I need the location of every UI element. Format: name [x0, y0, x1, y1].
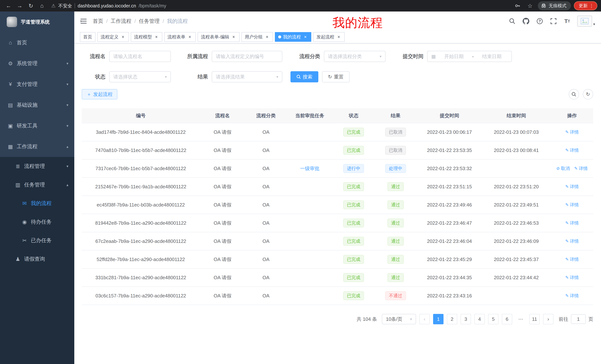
table-search-toggle-icon[interactable] — [569, 89, 579, 99]
browser-menu-icon[interactable]: ⋮ — [589, 3, 594, 9]
detail-link[interactable]: ✎详情 — [565, 184, 579, 190]
goto-page-input[interactable] — [571, 314, 586, 324]
sidebar-item-todo-task[interactable]: ◉待办任务 — [0, 213, 74, 231]
belong-process-input-field[interactable] — [216, 54, 278, 59]
search-button[interactable]: 搜索 — [290, 71, 318, 82]
search-icon — [296, 75, 301, 79]
close-icon[interactable]: × — [231, 34, 236, 39]
update-chip[interactable]: 更新 ⋮ — [574, 1, 597, 10]
tab-user-group[interactable]: 用户分组× — [241, 32, 273, 42]
result-badge: 已取消 — [385, 146, 406, 155]
page-button-1[interactable]: 1 — [433, 314, 443, 324]
page-button-2[interactable]: 2 — [447, 314, 457, 324]
sidebar-item-home[interactable]: ⌂首页 — [0, 32, 74, 53]
detail-link[interactable]: ✎详情 — [565, 202, 579, 208]
close-icon[interactable]: × — [154, 34, 159, 39]
tab-process-definition[interactable]: 流程定义× — [97, 32, 129, 42]
prev-page-button[interactable]: ‹ — [419, 314, 430, 324]
cancel-link[interactable]: ⊘取消 — [556, 165, 570, 172]
incognito-label: 无痕模式 — [549, 3, 566, 9]
tab-process-form-edit[interactable]: 流程表单-编辑× — [198, 32, 240, 42]
sidebar-item-task-mgmt[interactable]: ▥任务管理▴ — [0, 175, 74, 194]
sidebar-item-leave-query[interactable]: ♟请假查询 — [0, 250, 74, 268]
detail-link[interactable]: ✎详情 — [565, 293, 579, 299]
belong-process-input[interactable] — [212, 51, 282, 62]
column-header: 编号 — [82, 112, 200, 119]
edit-icon: ✎ — [565, 184, 569, 189]
breadcrumb-item[interactable]: 任务管理 — [139, 18, 160, 25]
forward-icon[interactable]: → — [15, 1, 25, 10]
category-select[interactable]: 请选择流程分类 ▾ — [324, 51, 386, 62]
status-select[interactable]: 请选择状态 ▾ — [109, 71, 171, 82]
reload-icon[interactable]: ↻ — [26, 1, 36, 10]
user-avatar[interactable]: ▾ — [577, 16, 595, 27]
page-size-select[interactable]: 10条/页 ▾ — [382, 314, 416, 324]
sidebar-item-dev-tools[interactable]: ▣研发工具▾ — [0, 115, 74, 136]
cell-status: 已完成 — [333, 219, 374, 228]
sidebar-item-done-task[interactable]: ✂已办任务 — [0, 231, 74, 250]
close-icon[interactable]: × — [264, 34, 270, 39]
chevron-down-icon: ▾ — [410, 317, 412, 321]
sidebar-item-system-mgmt[interactable]: ⚙系统管理▾ — [0, 53, 74, 74]
cell-actions: ✎详情 — [551, 275, 594, 280]
cell-actions: ✎详情 — [551, 293, 594, 299]
reset-button[interactable]: ↻ 重置 — [322, 71, 350, 82]
key-icon[interactable] — [513, 1, 522, 10]
logo-row[interactable]: 芋道管理系统 — [0, 11, 74, 32]
sidebar-item-workflow[interactable]: ▦工作流程▴ — [0, 136, 74, 157]
detail-link[interactable]: ✎详情 — [565, 238, 579, 244]
search-icon[interactable] — [509, 18, 516, 25]
help-icon[interactable]: ? — [536, 18, 543, 25]
page-button-11[interactable]: 11 — [529, 314, 540, 324]
close-icon[interactable]: × — [336, 34, 341, 39]
breadcrumb-item[interactable]: 工作流程 — [111, 18, 131, 25]
close-icon[interactable]: × — [303, 34, 308, 39]
detail-link[interactable]: ✎详情 — [565, 256, 579, 262]
github-icon[interactable] — [522, 18, 530, 25]
cell-category: OA — [245, 166, 287, 172]
breadcrumb-item[interactable]: 首页 — [93, 18, 103, 25]
tab-my-process[interactable]: 我的流程× — [275, 32, 311, 42]
cell-id: 03c6c157-7b9a-11ec-a290-acde48001122 — [82, 293, 200, 299]
detail-link[interactable]: ✎详情 — [565, 147, 579, 153]
breadcrumb-item[interactable]: 我的流程 — [167, 18, 188, 25]
current-task-link[interactable]: 一级审批 — [300, 166, 320, 171]
submit-time-range-picker[interactable]: ▦ 开始日期 - 结束日期 — [427, 51, 512, 62]
cell-submit-time: 2022-01-22 23:46:04 — [417, 238, 482, 244]
back-icon[interactable]: ← — [4, 1, 13, 10]
table-refresh-icon[interactable]: ↻ — [583, 89, 593, 99]
browser-home-icon[interactable]: ⌂ — [37, 1, 47, 10]
bookmark-star-icon[interactable]: ☆ — [525, 1, 535, 10]
sidebar-item-my-process[interactable]: ✉我的流程 — [0, 194, 74, 213]
page-ellipsis[interactable]: ⋯ — [516, 314, 526, 324]
sidebar-item-label: 工作流程 — [17, 143, 74, 150]
process-name-input-field[interactable] — [113, 54, 167, 59]
address-bar[interactable]: ⚠ 不安全 dashboard.yudao.iocoder.cn/bpm/tas… — [51, 3, 511, 9]
page-button-6[interactable]: 6 — [502, 314, 512, 324]
page-button-4[interactable]: 4 — [474, 314, 485, 324]
tab-process-form[interactable]: 流程表单× — [164, 32, 196, 42]
eye-icon: ◉ — [21, 219, 28, 225]
close-icon[interactable]: × — [187, 34, 192, 39]
start-process-button[interactable]: ＋ 发起流程 — [82, 89, 117, 99]
detail-link[interactable]: ✎详情 — [574, 165, 588, 172]
result-badge: 通过 — [387, 182, 404, 191]
page-button-5[interactable]: 5 — [488, 314, 499, 324]
process-name-input[interactable] — [109, 51, 171, 62]
tab-process-model[interactable]: 流程模型× — [131, 32, 162, 42]
tab-start-process[interactable]: 发起流程× — [313, 32, 345, 42]
page-button-3[interactable]: 3 — [461, 314, 471, 324]
sidebar-item-payment-mgmt[interactable]: ¥支付管理▾ — [0, 74, 74, 95]
detail-link[interactable]: ✎详情 — [565, 275, 579, 280]
detail-link[interactable]: ✎详情 — [565, 129, 579, 135]
next-page-button[interactable]: › — [543, 314, 553, 324]
close-icon[interactable]: × — [120, 34, 126, 39]
sidebar-item-infrastructure[interactable]: ▤基础设施▾ — [0, 95, 74, 115]
hamburger-icon[interactable] — [80, 17, 88, 25]
sidebar-item-process-mgmt[interactable]: ≣流程管理▾ — [0, 157, 74, 175]
result-select[interactable]: 请选择流结果 ▾ — [212, 71, 282, 82]
detail-link[interactable]: ✎详情 — [565, 220, 579, 226]
fullscreen-icon[interactable] — [550, 18, 557, 25]
font-size-icon[interactable]: TT — [563, 18, 571, 25]
tab-home[interactable]: 首页 — [80, 32, 95, 42]
